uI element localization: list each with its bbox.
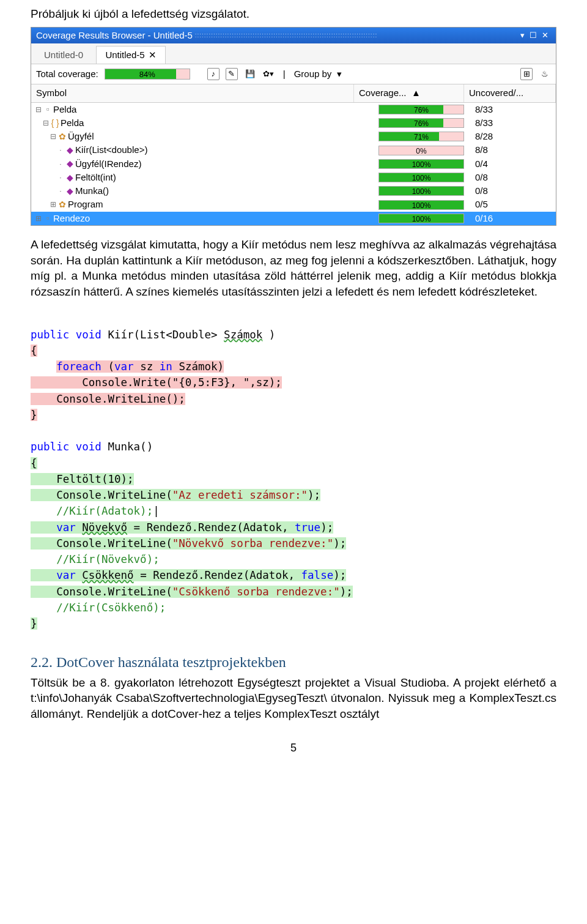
save-icon[interactable]: 💾 — [244, 68, 256, 80]
coverage-pct: 100% — [379, 201, 463, 211]
coverage-row[interactable]: ⊟▫ Pelda76%8/33 — [31, 103, 556, 116]
tree-toggle-icon: · — [57, 159, 64, 169]
node-label: Pelda — [61, 117, 84, 129]
coverage-row[interactable]: ⊟✿ Ügyfél71%8/28 — [31, 130, 556, 143]
code-comment: //Kiír(Növekvő); — [31, 553, 160, 565]
coverage-symbol-cell: ⊟▫ Pelda — [31, 103, 378, 116]
code-text: Munka() — [102, 441, 153, 453]
window-title-text: Coverage Results Browser - Untitled-5 — [36, 29, 193, 42]
coverage-pct: 76% — [379, 119, 463, 129]
coverage-bar: 76% — [378, 105, 464, 114]
coverage-pct: 71% — [379, 132, 463, 142]
tab-close-icon[interactable]: ✕ — [149, 50, 157, 60]
coverage-bar: 100% — [378, 214, 464, 223]
node-label: Program — [68, 198, 103, 211]
code-kw: public — [31, 329, 69, 341]
code-kw: var — [31, 521, 76, 534]
page-number: 5 — [31, 740, 556, 755]
node-icon: ◆ — [64, 172, 75, 184]
filter-icon[interactable]: ♪ — [207, 68, 220, 80]
node-icon: ◆ — [64, 185, 75, 197]
code-str: "Csökkenő sorba rendezve:" — [172, 586, 340, 598]
coverage-row[interactable]: ·◆ Munka()100%0/8 — [31, 184, 556, 198]
uncovered-cell: 8/8 — [470, 144, 556, 156]
code-line: Console.WriteLine(); — [31, 393, 185, 405]
tab-untitled-5[interactable]: Untitled-5✕ — [96, 46, 165, 64]
tree-toggle-icon: · — [57, 186, 64, 196]
coverage-bar: 0% — [378, 146, 464, 155]
code-var: Növekvő — [82, 521, 127, 534]
coverage-row[interactable]: ⊞▫ Rendezo100%0/16 — [31, 212, 556, 225]
coverage-symbol-cell: ⊟{ } Pelda — [31, 117, 378, 129]
tree-toggle-icon[interactable]: ⊟ — [35, 105, 42, 114]
uncovered-cell: 0/8 — [470, 185, 556, 197]
window-titlebar: Coverage Results Browser - Untitled-5 ::… — [31, 28, 556, 43]
node-icon: ▫ — [42, 103, 53, 115]
highlight-icon[interactable]: ✎ — [226, 68, 238, 80]
tree-toggle-icon[interactable]: ⊟ — [42, 118, 50, 128]
coverage-symbol-cell: ·◆ Ügyfél(IRendez) — [31, 158, 378, 170]
coverage-row[interactable]: ⊞✿ Program100%0/5 — [31, 198, 556, 211]
coverage-toolbar: Total coverage: 84% ♪ ✎ 💾 ✿▾ | Group by … — [31, 64, 556, 84]
maximize-icon[interactable]: ☐ — [527, 30, 539, 41]
coverage-pct: 100% — [379, 214, 463, 224]
code-line: Feltölt(10); — [31, 473, 134, 485]
node-icon: ◆ — [64, 144, 75, 156]
node-label: Feltölt(int) — [75, 171, 116, 184]
coverage-symbol-cell: ·◆ Feltölt(int) — [31, 171, 378, 184]
tree-toggle-icon: · — [57, 145, 64, 155]
tab-label: Untitled-0 — [44, 50, 83, 60]
collapse-icon[interactable]: ⊞ — [520, 68, 533, 80]
tab-label: Untitled-5 — [105, 50, 144, 60]
coverage-rows: ⊟▫ Pelda76%8/33 ⊟{ } Pelda76%8/33 ⊟✿ Ügy… — [31, 103, 556, 225]
coverage-pct: 100% — [379, 173, 463, 183]
total-coverage-label: Total coverage: — [36, 68, 98, 80]
coverage-bar: 100% — [378, 186, 464, 196]
coverage-bar: 100% — [378, 200, 464, 210]
coverage-symbol-cell: ⊞✿ Program — [31, 198, 378, 211]
header-coverage[interactable]: Coverage... ▲ — [354, 84, 464, 102]
coverage-bar: 71% — [378, 132, 464, 141]
tree-toggle-icon[interactable]: ⊞ — [50, 199, 57, 209]
code-text: Console.WriteLine( — [31, 537, 172, 550]
code-text: Console.WriteLine( — [31, 489, 172, 501]
code-text: ); — [333, 569, 346, 581]
dropdown-icon[interactable]: ▾ — [518, 30, 527, 41]
coverage-row[interactable]: ·◆ Feltölt(int)100%0/8 — [31, 171, 556, 184]
code-comment: //Kiír(Adatok); — [31, 505, 153, 517]
coverage-row[interactable]: ·◆ Kiír(List<double>)0%8/8 — [31, 143, 556, 157]
header-symbol[interactable]: Symbol — [31, 84, 354, 102]
node-icon: { } — [50, 117, 61, 129]
coverage-bar: 76% — [378, 118, 464, 128]
close-icon[interactable]: ✕ — [539, 30, 551, 41]
tree-toggle-icon[interactable]: ⊞ — [35, 214, 42, 223]
code-var: Csökkenő — [82, 569, 133, 581]
code-kw: void — [69, 329, 102, 341]
coverage-bar: 100% — [378, 159, 464, 169]
code-kw: false — [301, 569, 334, 581]
coverage-row[interactable]: ·◆ Ügyfél(IRendez)100%0/4 — [31, 157, 556, 171]
group-by-dropdown[interactable]: Group by ▾ — [294, 68, 342, 80]
code-text: ); — [308, 489, 320, 501]
header-uncovered[interactable]: Uncovered/... — [464, 84, 556, 102]
code-text: sz — [134, 360, 160, 373]
group-by-label: Group by — [294, 69, 332, 79]
node-label: Munka() — [75, 185, 109, 197]
node-icon: ✿ — [57, 199, 68, 211]
code-text: Kiír(List<Double> — [102, 329, 224, 341]
node-icon: ▫ — [42, 212, 53, 224]
flame-icon[interactable]: ♨ — [539, 68, 551, 80]
export-icon[interactable]: ✿▾ — [262, 68, 275, 80]
code-text: ); — [333, 537, 346, 550]
titlebar-grip: ::::::::::::::::::::::::::::::::::::::::… — [193, 31, 518, 40]
code-text: ) — [262, 329, 275, 341]
code-kw: public — [31, 441, 69, 453]
tree-toggle-icon[interactable]: ⊟ — [50, 132, 57, 141]
uncovered-cell: 0/4 — [470, 158, 556, 170]
coverage-symbol-cell: ⊟✿ Ügyfél — [31, 130, 378, 143]
coverage-row[interactable]: ⊟{ } Pelda76%8/33 — [31, 116, 556, 130]
tab-untitled-0[interactable]: Untitled-0 — [35, 46, 92, 64]
code-text — [76, 569, 83, 581]
code-kw: var — [114, 360, 134, 373]
code-text: Számok) — [172, 360, 224, 373]
